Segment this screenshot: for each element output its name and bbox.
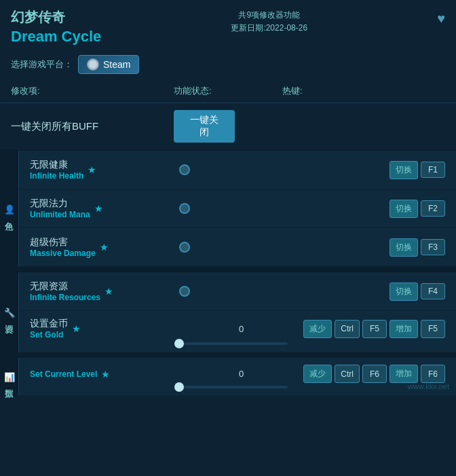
increase-btn-set-level[interactable]: 增加 (390, 365, 418, 383)
mod-en-massive-damage: Massive Damage (30, 249, 96, 258)
mod-name-unlimited-mana: 无限法力 Unlimited Mana ★ (30, 198, 179, 219)
star-icon-infinite-resources: ★ (104, 286, 113, 297)
increase-btn-set-gold[interactable]: 增加 (390, 320, 418, 338)
f5-minus-btn-set-gold[interactable]: F5 (362, 320, 387, 338)
set-gold-top: 设置金币 Set Gold ★ 0 减少 Ctrl F5 增加 F5 (30, 318, 445, 340)
mod-name-infinite-resources: 无限资源 Infinite Resources ★ (30, 280, 179, 302)
toggle-massive-damage[interactable] (179, 242, 288, 253)
f3-btn-massive-damage[interactable]: F3 (421, 239, 445, 255)
set-level-slider[interactable] (179, 386, 288, 388)
one-key-button[interactable]: 一键关闭 (174, 110, 235, 143)
list-item: 无限法力 Unlimited Mana ★ 切换 F2 (19, 189, 456, 228)
star-icon-massive-damage: ★ (100, 242, 109, 253)
mod-cn-set-gold: 设置金币 (30, 318, 68, 330)
toggle-unlimited-mana[interactable] (179, 203, 288, 214)
set-gold-slider[interactable] (179, 342, 288, 345)
list-item: 超级伤害 Massive Damage ★ 切换 F3 (19, 228, 456, 267)
hotkey-unlimited-mana: 切换 F2 (288, 200, 445, 218)
set-level-top: Set Current Level ★ 0 减少 Ctrl F6 增加 F6 (30, 365, 445, 383)
list-item: 设置金币 Set Gold ★ 0 减少 Ctrl F5 增加 F5 (19, 311, 456, 352)
game-title-en: Dream Cycle (11, 28, 101, 45)
mod-cn-massive-damage: 超级伤害 (30, 236, 96, 249)
data-rows: Set Current Level ★ 0 减少 Ctrl F6 增加 F6 (19, 358, 456, 396)
set-gold-hotkeys: 减少 Ctrl F5 增加 F5 (303, 320, 445, 338)
mod-en-infinite-resources: Infinite Resources (30, 293, 100, 302)
set-gold-slider-row (30, 342, 445, 345)
list-item: 无限健康 Infinite Health ★ 切换 F1 (19, 151, 456, 189)
decrease-btn-set-gold[interactable]: 减少 (303, 320, 332, 338)
divider-2 (0, 352, 456, 358)
toggle-circle-infinite-resources[interactable] (179, 286, 190, 297)
mod-cn-infinite-health: 无限健康 (30, 159, 83, 171)
mod-en-infinite-health: Infinite Health (30, 171, 83, 181)
hotkey-infinite-resources: 切换 F4 (288, 282, 445, 301)
switch-btn-unlimited-mana[interactable]: 切换 (390, 200, 418, 218)
mod-name-massive-damage: 超级伤害 Massive Damage ★ (30, 236, 179, 258)
one-key-label: 一键关闭所有BUFF (11, 120, 174, 133)
character-rows: 无限健康 Infinite Health ★ 切换 F1 (19, 151, 456, 267)
hotkey-infinite-health: 切换 F1 (288, 161, 445, 179)
f1-btn-infinite-health[interactable]: F1 (421, 162, 445, 178)
set-gold-slider-thumb[interactable] (174, 339, 184, 348)
resources-section-label: 🔧 资 源 (0, 272, 19, 352)
game-title-cn: 幻梦传奇 (11, 8, 101, 26)
divider-1 (0, 267, 456, 272)
mod-en-unlimited-mana: Unlimited Mana (30, 210, 90, 219)
switch-btn-massive-damage[interactable]: 切换 (390, 238, 418, 257)
one-key-row: 一键关闭所有BUFF 一键关闭 (0, 103, 456, 151)
mod-name-set-level: Set Current Level ★ (30, 369, 179, 380)
mod-cn-unlimited-mana: 无限法力 (30, 198, 90, 210)
steam-logo-icon (87, 58, 99, 71)
resources-rows: 无限资源 Infinite Resources ★ 切换 F4 (19, 272, 456, 352)
mod-name-set-gold: 设置金币 Set Gold ★ (30, 318, 179, 340)
hotkey-massive-damage: 切换 F3 (288, 238, 445, 257)
meta-date: 更新日期:2022-08-26 (231, 22, 307, 34)
header-meta: 共9项修改器功能 更新日期:2022-08-26 (231, 10, 307, 34)
toggle-infinite-health[interactable] (179, 164, 288, 175)
data-icon: 📊 (4, 371, 14, 382)
data-section: 📊 数 据 Set Current Level ★ 0 减少 C (0, 358, 456, 396)
f6-minus-btn-set-level[interactable]: F6 (362, 365, 387, 383)
header-left: 幻梦传奇 Dream Cycle (11, 8, 101, 45)
mod-en-set-level: Set Current Level (30, 369, 97, 379)
resources-section: 🔧 资 源 无限资源 Infinite Resources ★ (0, 272, 456, 352)
list-item: 无限资源 Infinite Resources ★ 切换 F4 (19, 272, 456, 311)
app-container: 幻梦传奇 Dream Cycle 共9项修改器功能 更新日期:2022-08-2… (0, 0, 456, 396)
set-level-value: 0 (179, 369, 303, 379)
meta-count: 共9项修改器功能 (238, 10, 300, 21)
header: 幻梦传奇 Dream Cycle 共9项修改器功能 更新日期:2022-08-2… (0, 0, 456, 50)
set-level-slider-thumb[interactable] (174, 382, 184, 392)
steam-button[interactable]: Steam (78, 55, 139, 74)
mod-name-infinite-health: 无限健康 Infinite Health ★ (30, 159, 179, 181)
watermark: www.kkx.net (408, 382, 449, 390)
mod-en-set-gold: Set Gold (30, 330, 68, 340)
set-gold-value: 0 (179, 324, 303, 334)
star-icon-set-gold: ★ (72, 323, 81, 334)
set-level-hotkeys: 减少 Ctrl F6 增加 F6 (303, 365, 445, 383)
character-icon: 👤 (4, 204, 14, 215)
platform-label: 选择游戏平台： (11, 58, 73, 71)
col-hotkey: 热键: (282, 85, 445, 97)
star-icon-unlimited-mana: ★ (94, 203, 103, 214)
f5-plus-btn-set-gold[interactable]: F5 (421, 320, 445, 338)
list-item: Set Current Level ★ 0 减少 Ctrl F6 增加 F6 (19, 358, 456, 396)
character-section: 👤 角 色 无限健康 Infinite Health ★ (0, 151, 456, 267)
toggle-circle-unlimited-mana[interactable] (179, 203, 190, 214)
heart-icon[interactable]: ♥ (437, 11, 445, 26)
data-section-label: 📊 数 据 (0, 358, 19, 396)
ctrl-btn-set-level[interactable]: Ctrl (335, 365, 360, 383)
switch-btn-infinite-resources[interactable]: 切换 (390, 282, 418, 301)
toggle-circle-infinite-health[interactable] (179, 164, 190, 175)
resources-icon: 🔧 (4, 307, 14, 318)
character-section-label: 👤 角 色 (0, 151, 19, 267)
f4-btn-infinite-resources[interactable]: F4 (421, 283, 445, 299)
ctrl-btn-set-gold[interactable]: Ctrl (335, 320, 360, 338)
toggle-circle-massive-damage[interactable] (179, 242, 190, 253)
decrease-btn-set-level[interactable]: 减少 (303, 365, 332, 383)
f2-btn-unlimited-mana[interactable]: F2 (421, 200, 445, 217)
steam-label: Steam (103, 59, 130, 70)
switch-btn-infinite-health[interactable]: 切换 (390, 161, 418, 179)
col-status: 功能状态: (174, 85, 282, 97)
f6-plus-btn-set-level[interactable]: F6 (421, 365, 445, 383)
toggle-infinite-resources[interactable] (179, 286, 288, 297)
